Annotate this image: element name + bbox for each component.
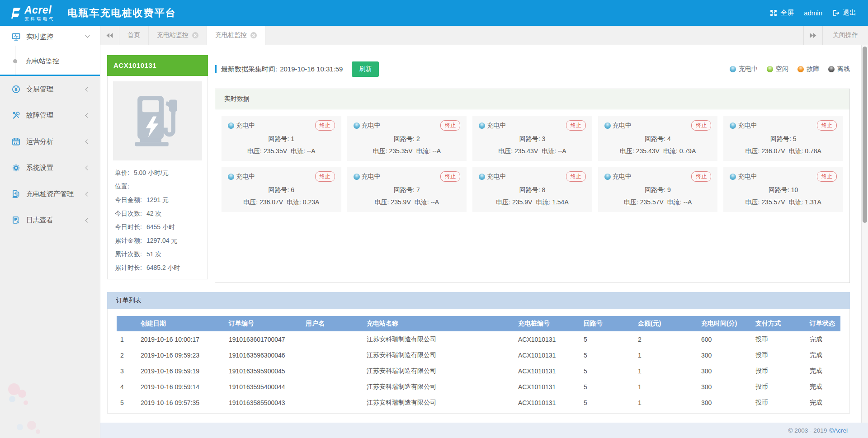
- channel-status: 充电中: [613, 122, 632, 130]
- collect-time: 最新数据采集时间:2019-10-16 10:31:59: [221, 65, 343, 74]
- status-legend: 充电中 空闲 故障 离线: [730, 65, 850, 73]
- order-row: 52019-10-16 09:57:351910163585500043江苏安科…: [117, 395, 840, 410]
- monitor-icon: [12, 33, 20, 41]
- fullscreen-label: 全屏: [780, 9, 794, 17]
- logo-text: Acrel: [24, 5, 55, 15]
- orders-panel: 订单列表 创建日期 订单编号 用户名: [107, 292, 850, 414]
- loop-number: 回路号: 9: [604, 186, 712, 194]
- acrel-logo: Acrel 安科瑞电气: [10, 5, 55, 21]
- tab-home[interactable]: 首页: [119, 26, 149, 45]
- sidebar-item-pile-assets[interactable]: 充电桩资产管理: [0, 181, 100, 207]
- legend-offline: 离线: [828, 65, 850, 73]
- channel-status: 充电中: [613, 173, 632, 181]
- channel-status: 充电中: [236, 173, 255, 181]
- chevron-left-icon: [85, 192, 90, 196]
- channel-card: 充电中终止 回路号: 3 电压: 235.43V电流: --A: [472, 116, 592, 161]
- stop-button[interactable]: 终止: [817, 120, 837, 131]
- channel-card: 充电中终止 回路号: 10 电压: 235.57V电流: 1.31A: [723, 167, 843, 212]
- col-pay-method: 支付方式: [752, 316, 806, 331]
- channel-status: 充电中: [738, 122, 757, 130]
- loop-number: 回路号: 7: [354, 186, 461, 194]
- fullscreen-button[interactable]: 全屏: [770, 9, 794, 17]
- stop-button[interactable]: 终止: [440, 120, 460, 131]
- vertical-scrollbar[interactable]: [861, 45, 868, 423]
- stop-button[interactable]: 终止: [315, 171, 335, 182]
- stop-button[interactable]: 终止: [691, 120, 711, 131]
- stat-unit-price: 单价:5.00 小时/元: [113, 166, 202, 179]
- close-operations-menu[interactable]: 关闭操作: [822, 26, 868, 45]
- chevron-left-icon: [85, 113, 90, 118]
- submenu-dot-icon: [13, 59, 17, 63]
- collect-time-value: 2019-10-16 10:31:59: [280, 65, 343, 73]
- channel-card: 充电中终止 回路号: 2 电压: 235.35V电流: --A: [347, 116, 467, 161]
- charging-status-icon: [604, 174, 611, 180]
- acrel-footer-link[interactable]: ©Acrel: [829, 427, 848, 434]
- volt-current: 电压: 235.9V电流: 1.54A: [479, 198, 586, 207]
- sidebar-item-label: 系统设置: [26, 164, 53, 172]
- charging-status-icon: [604, 122, 611, 129]
- col-index: [117, 316, 137, 331]
- close-tab-icon[interactable]: [192, 32, 198, 38]
- user-menu[interactable]: admin: [804, 9, 822, 17]
- channel-status: 充电中: [236, 122, 255, 130]
- sidebar-item-transactions[interactable]: 交易管理: [0, 76, 100, 102]
- sidebar-item-realtime-monitor[interactable]: 实时监控: [0, 26, 100, 47]
- stop-button[interactable]: 终止: [817, 171, 837, 182]
- stop-button[interactable]: 终止: [691, 171, 711, 182]
- tab-pile-monitor[interactable]: 充电桩监控: [207, 26, 265, 45]
- sidebar-item-settings[interactable]: 系统设置: [0, 155, 100, 181]
- col-duration: 充电时间(分): [698, 316, 752, 331]
- order-row: 22019-10-16 09:59:231910163596300046江苏安科…: [117, 347, 840, 363]
- channel-card: 充电中终止 回路号: 8 电压: 235.9V电流: 1.54A: [472, 167, 592, 212]
- sidebar-item-label: 日志查看: [26, 216, 53, 225]
- col-user: 用户名: [302, 316, 363, 331]
- channel-card: 充电中终止 回路号: 6 电压: 236.07V电流: 0.23A: [222, 167, 341, 212]
- settings-icon: [12, 164, 20, 172]
- sidebar-item-label: 实时监控: [26, 33, 53, 41]
- charging-status-icon: [479, 174, 485, 180]
- orders-title: 订单列表: [107, 292, 850, 309]
- charging-status-icon: [354, 174, 360, 180]
- tab-station-monitor[interactable]: 充电站监控: [149, 26, 207, 45]
- tabs-scroll-right-button[interactable]: [803, 26, 822, 45]
- sidebar-item-label: 故障管理: [26, 111, 53, 120]
- channel-status: 充电中: [362, 173, 381, 181]
- sidebar-item-logs[interactable]: 日志查看: [0, 207, 100, 233]
- refresh-button[interactable]: 刷新: [352, 61, 379, 77]
- chevron-left-icon: [85, 165, 90, 170]
- stop-button[interactable]: 终止: [315, 120, 335, 131]
- idle-status-icon: [767, 66, 773, 72]
- scrollbar-thumb[interactable]: [863, 47, 867, 223]
- sidebar-item-station-monitor[interactable]: 充电站监控: [0, 47, 100, 75]
- logout-button[interactable]: 退出: [832, 9, 856, 17]
- col-amount: 金额(元): [634, 316, 698, 331]
- volt-current: 电压: 235.43V电流: 0.79A: [604, 147, 712, 155]
- tabs-scroll-left-button[interactable]: [100, 26, 119, 45]
- stop-button[interactable]: 终止: [566, 120, 586, 131]
- channel-card: 充电中终止 回路号: 5 电压: 236.07V电流: 0.78A: [723, 116, 843, 161]
- close-tab-icon[interactable]: [250, 32, 257, 38]
- loop-number: 回路号: 4: [604, 135, 712, 143]
- tab-label: 充电桩监控: [215, 31, 247, 39]
- log-icon: [12, 216, 20, 225]
- realtime-data-title: 实时数据: [215, 89, 849, 109]
- decorative-flower: [8, 383, 20, 395]
- charging-status-icon: [479, 122, 485, 129]
- loop-number: 回路号: 6: [228, 186, 335, 194]
- sidebar-item-analysis[interactable]: 运营分析: [0, 128, 100, 155]
- sidebar: 实时监控 充电站监控 交易管理: [0, 26, 100, 438]
- fullscreen-icon: [770, 9, 777, 17]
- chevron-left-icon: [85, 139, 90, 144]
- volt-current: 电压: 235.57V电流: --A: [604, 198, 712, 207]
- stop-button[interactable]: 终止: [566, 171, 586, 182]
- col-create-date: 创建日期: [137, 316, 225, 331]
- volt-current: 电压: 235.57V电流: 1.31A: [730, 198, 837, 207]
- sidebar-item-faults[interactable]: 故障管理: [0, 102, 100, 128]
- volt-current: 电压: 235.43V电流: --A: [479, 147, 586, 155]
- stop-button[interactable]: 终止: [440, 171, 460, 182]
- footer: © 2003 - 2019 ©Acrel: [100, 423, 868, 438]
- stat-today-amount: 今日金额:1291 元: [113, 193, 202, 207]
- orders-header-row: 创建日期 订单编号 用户名 充电站名称 充电桩编号 回路号 金额(元) 充电时间…: [117, 316, 840, 331]
- channel-cards: 充电中终止 回路号: 1 电压: 235.35V电流: --A 充电中终止 回路…: [215, 109, 849, 218]
- accent-bar: [215, 65, 217, 73]
